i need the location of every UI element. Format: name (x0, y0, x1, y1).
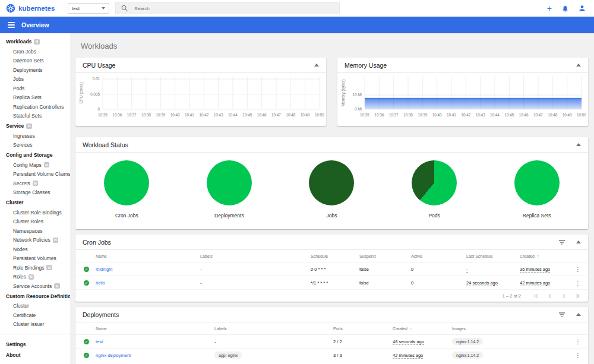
search-input[interactable] (133, 5, 334, 12)
notifications-bell-icon[interactable] (562, 5, 568, 12)
column-header-created[interactable]: Created↑ (520, 254, 575, 258)
sidebar-section-config-and-storage[interactable]: Config and Storage (0, 150, 70, 160)
sidebar-item-cluster-role-bindings[interactable]: Cluster Role Bindings (0, 208, 70, 217)
create-resource-button[interactable]: + (547, 4, 552, 12)
column-header-name[interactable]: Name (96, 254, 200, 258)
column-header-active[interactable]: Active (411, 254, 466, 258)
previous-page-icon[interactable] (548, 293, 552, 299)
column-header-name[interactable]: Name (96, 327, 214, 331)
sidebar-item-service-accounts[interactable]: Service AccountsN (0, 281, 70, 291)
column-header-pods[interactable]: Pods (333, 327, 393, 331)
filter-icon[interactable] (558, 312, 565, 318)
sidebar-item-persistent-volumes[interactable]: Persistent Volumes (0, 254, 70, 264)
resource-link[interactable]: nginx-deployment (96, 353, 131, 358)
sidebar-item-certificate[interactable]: Certificate (0, 311, 70, 320)
resource-link[interactable]: midnight (96, 267, 112, 272)
resource-link[interactable]: test (96, 339, 103, 344)
sidebar: WorkloadsNCron JobsDaemon SetsDeployment… (0, 33, 70, 364)
first-page-icon[interactable] (534, 293, 539, 299)
filter-icon[interactable] (558, 239, 565, 245)
user-profile-icon[interactable] (579, 5, 586, 12)
sidebar-section-workloads[interactable]: WorkloadsN (0, 36, 70, 47)
svg-text:10:43: 10:43 (476, 113, 485, 117)
column-header-created[interactable]: Created↑ (393, 327, 452, 331)
sidebar-item-cluster-issuer[interactable]: Cluster Issuer (0, 320, 70, 330)
svg-text:10:44: 10:44 (490, 113, 500, 117)
column-header-images[interactable]: Images (452, 327, 575, 331)
cpu-chart-svg: 10:3510:3610:3710:3810:3910:4010:4110:42… (75, 73, 326, 125)
item-label: Secrets (13, 181, 30, 186)
row-menu-icon[interactable]: ⋮ (575, 280, 588, 286)
workload-pie-replica-sets: Replica Sets (485, 160, 588, 219)
column-header-labels[interactable]: Labels (200, 254, 311, 258)
collapse-icon[interactable] (576, 240, 581, 243)
row-menu-icon[interactable]: ⋮ (575, 338, 588, 345)
sidebar-item-roles[interactable]: RolesN (0, 273, 70, 282)
cell-labels: - (200, 267, 311, 272)
kubernetes-logo[interactable]: kubernetes (6, 4, 63, 13)
row-menu-icon[interactable]: ⋮ (575, 266, 588, 273)
column-header-last-schedule[interactable]: Last Schedule (466, 254, 520, 258)
cell-pods: 2 / 2 (333, 339, 393, 344)
sidebar-item-settings[interactable]: Settings (0, 339, 70, 350)
collapse-icon[interactable] (576, 64, 581, 67)
sidebar-item-cluster[interactable]: Cluster (0, 302, 70, 311)
svg-text:10:41: 10:41 (447, 113, 456, 117)
sidebar-item-ingresses[interactable]: Ingresses (0, 131, 70, 141)
cell-name: hello (96, 280, 200, 286)
sidebar-item-storage-classes[interactable]: Storage Classes (0, 188, 70, 198)
sidebar-item-cron-jobs[interactable]: Cron Jobs (0, 47, 70, 56)
sidebar-item-jobs[interactable]: Jobs (0, 75, 70, 84)
sidebar-item-secrets[interactable]: SecretsN (0, 179, 70, 188)
sidebar-item-stateful-sets[interactable]: Stateful Sets (0, 112, 70, 121)
cpu-card-title: CPU Usage (83, 62, 314, 69)
last-page-icon[interactable] (575, 293, 580, 299)
table-row: ✓test-2 / 248 seconds agonginx:1.14.2⋮ (75, 335, 588, 349)
column-header-labels[interactable]: Labels (214, 327, 333, 331)
sidebar-item-pods[interactable]: Pods (0, 84, 70, 93)
column-header-suspend[interactable]: Suspend (359, 254, 411, 258)
collapse-icon[interactable] (576, 143, 581, 146)
cron-jobs-pie-chart (104, 160, 149, 205)
item-label: Stateful Sets (13, 113, 42, 119)
collapse-icon[interactable] (314, 64, 319, 67)
row-menu-icon[interactable]: ⋮ (575, 352, 588, 359)
check-icon: ✓ (84, 353, 89, 358)
sidebar-item-network-policies[interactable]: Network PoliciesN (0, 236, 70, 245)
table-row: ✓midnight-0 0 * * *false0-36 minutes ago… (75, 262, 588, 276)
relative-time: 42 minutes ago (520, 280, 550, 287)
next-page-icon[interactable] (561, 293, 566, 299)
collapse-icon[interactable] (576, 313, 581, 316)
column-header-schedule[interactable]: Schedule (311, 254, 359, 258)
sidebar-item-persistent-volume-claims[interactable]: Persistent Volume ClaimsN (0, 170, 70, 179)
item-label: Config Maps (13, 162, 42, 168)
sidebar-section-custom-resource-definitions[interactable]: Custom Resource Definitions (0, 291, 70, 302)
sidebar-item-about[interactable]: About (0, 350, 70, 360)
workload-status-header: Workload Status (75, 137, 588, 153)
sidebar-item-config-maps[interactable]: Config MapsN (0, 160, 70, 170)
sidebar-item-replica-sets[interactable]: Replica Sets (0, 93, 70, 103)
sidebar-item-namespaces[interactable]: Namespaces (0, 226, 70, 236)
sidebar-item-deployments[interactable]: Deployments (0, 65, 70, 75)
sidebar-section-service[interactable]: ServiceN (0, 121, 70, 131)
item-label: Deployments (13, 67, 43, 73)
sidebar-item-daemon-sets[interactable]: Daemon Sets (0, 56, 70, 66)
sidebar-item-cluster-roles[interactable]: Cluster Roles (0, 217, 70, 227)
menu-hamburger-icon[interactable] (8, 22, 15, 28)
sidebar-divider (0, 334, 70, 334)
sidebar-item-nodes[interactable]: Nodes (0, 245, 70, 254)
resource-link[interactable]: hello (96, 280, 105, 286)
pagination-range-label: 1 – 2 of 2 (503, 293, 521, 299)
namespace-selector[interactable]: test (68, 3, 109, 14)
workload-status-title: Workload Status (83, 141, 576, 148)
cell-text: - (200, 267, 202, 272)
sidebar-item-replication-controllers[interactable]: Replication Controllers (0, 102, 70, 112)
sidebar-item-role-bindings[interactable]: Role BindingsN (0, 263, 70, 273)
svg-text:10:50: 10:50 (315, 113, 324, 117)
usage-charts-row: CPU Usage 10:3510:3610:3710:3810:3910:40… (75, 58, 588, 126)
pie-label: Jobs (280, 213, 383, 219)
sidebar-section-cluster[interactable]: Cluster (0, 197, 70, 208)
sidebar-item-services[interactable]: Services (0, 141, 70, 150)
svg-text:10:45: 10:45 (504, 113, 514, 117)
relative-time: 48 seconds ago (393, 339, 424, 346)
